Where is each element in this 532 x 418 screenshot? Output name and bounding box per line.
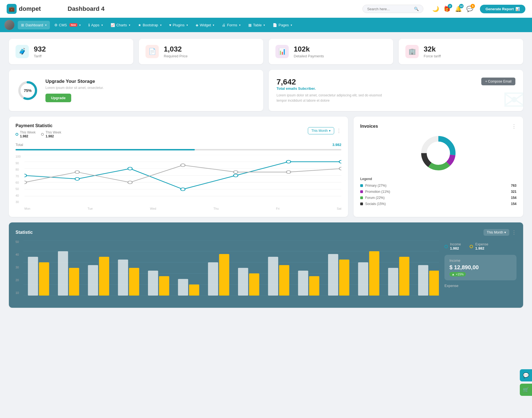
nav-item-dashboard[interactable]: ⊞ Dashboard ▾	[18, 21, 50, 29]
nav-item-widget[interactable]: ◈ Widget ▾	[192, 21, 218, 29]
mid-row: 75% Upgrade Your Storage Lorem ipsum dol…	[9, 70, 523, 111]
legend-forum-color	[360, 196, 363, 199]
expense-label: Expense	[475, 242, 488, 246]
stat-card-tariff: 🧳 932 Tariff	[9, 39, 133, 64]
statistic-section: Statistic This Month ▾ ⋮ 50 40 30 20 10	[9, 222, 523, 308]
chart-area: Mon Tue Wed Thu Fri Sat	[24, 155, 341, 210]
generate-report-button[interactable]: Generate Report 📊	[480, 5, 525, 13]
legend-promotion-count: 321	[511, 190, 516, 194]
chart-icon: 📊	[515, 7, 520, 11]
svg-rect-42	[148, 271, 158, 296]
bell-icon-btn[interactable]: 🔔 12	[455, 6, 462, 12]
legend-row-socials: Socials (15%) 154	[360, 202, 516, 206]
nav-item-bootstrap[interactable]: ★ Bootstrap ▾	[135, 21, 165, 29]
invoices-donut	[360, 134, 516, 173]
nav-avatar	[4, 20, 14, 30]
svg-rect-40	[118, 260, 128, 296]
dashboard-nav-icon: ⊞	[21, 23, 24, 27]
svg-rect-49	[249, 273, 259, 296]
income-panel-title: Income	[449, 259, 511, 263]
force-tariff-label: Force tariff	[424, 54, 441, 58]
payments-value: 102k	[294, 45, 324, 53]
storage-card: 75% Upgrade Your Storage Lorem ipsum dol…	[9, 70, 263, 111]
legend-primary-color	[360, 184, 363, 187]
storage-info: Upgrade Your Storage Lorem ipsum dolor s…	[45, 79, 104, 102]
search-icon: 🔍	[414, 7, 419, 11]
page-title: Dashboard 4	[57, 5, 362, 12]
theme-toggle-btn[interactable]: 🌙	[432, 6, 439, 12]
chevron-down-icon: ▾	[45, 24, 47, 27]
chart-left: Payment Statistic This Week 1.982	[16, 123, 61, 138]
charts-row: Payment Statistic This Week 1.982	[9, 117, 523, 217]
legend-forum-count: 154	[511, 196, 516, 200]
income-label: Income	[450, 242, 461, 246]
nav-item-charts[interactable]: 📈 Charts ▾	[107, 21, 134, 29]
legend-dot-gray	[41, 133, 44, 136]
svg-rect-58	[388, 268, 398, 296]
charts-nav-icon: 📈	[111, 23, 115, 27]
stat-cards-grid: 🧳 932 Tariff 📄 1,032 Required Price 📊 10…	[9, 39, 523, 64]
svg-point-11	[128, 167, 132, 170]
stat-card-detailed-payments: 📊 102k Detailed Payments	[269, 39, 393, 64]
email-card: 7,642 Total emails Subcriber. Lorem ipsu…	[269, 70, 523, 111]
logo-area: 💼 dompet	[7, 4, 57, 14]
nav-item-plugins[interactable]: ♥ Plugins ▾	[166, 21, 191, 29]
chevron-down-icon-charts: ▾	[129, 24, 130, 27]
svg-rect-35	[39, 262, 49, 296]
gift-badge: 2	[448, 4, 452, 8]
svg-rect-41	[129, 268, 139, 296]
nav-item-cms[interactable]: ⚙ CMS New ▾	[51, 21, 84, 29]
stat-info-tariff: 932 Tariff	[34, 45, 46, 58]
statistic-month-filter-button[interactable]: This Month ▾	[484, 229, 509, 236]
chevron-down-icon-apps: ▾	[101, 24, 103, 27]
bell-badge: 12	[459, 4, 464, 8]
svg-point-14	[286, 160, 291, 163]
nav-item-apps[interactable]: ℹ Apps ▾	[85, 21, 106, 29]
pages-nav-icon: 📄	[273, 23, 277, 27]
total-label: Total	[16, 143, 23, 147]
chevron-down-icon-plugins: ▾	[186, 24, 188, 27]
more-options-icon[interactable]: ⋮	[336, 128, 341, 134]
chat-icon-btn[interactable]: 💬 5	[466, 6, 473, 12]
search-box[interactable]: 🔍	[362, 5, 423, 13]
compose-email-button[interactable]: + Compose Email	[481, 78, 515, 85]
stat-info-price: 1,032 Required Price	[164, 45, 188, 58]
nav-item-forms[interactable]: 🖨 Forms ▾	[219, 21, 244, 29]
chart-legend: This Week 1.982 This Week 1.982	[16, 130, 61, 138]
income-dot	[444, 245, 448, 248]
chart-header: Payment Statistic This Week 1.982	[16, 123, 341, 138]
invoices-more-options-icon[interactable]: ⋮	[511, 123, 516, 129]
chat-badge: 5	[470, 4, 475, 8]
statistic-more-options-icon[interactable]: ⋮	[511, 229, 516, 235]
svg-rect-51	[279, 265, 289, 296]
email-bg-icon: ✉	[503, 86, 523, 111]
chevron-down-icon-forms: ▾	[239, 24, 241, 27]
legend-this-week-2: This Week 1.982	[41, 130, 61, 138]
svg-point-9	[24, 174, 27, 177]
nav-item-pages[interactable]: 📄 Pages ▾	[269, 21, 295, 29]
svg-rect-60	[418, 265, 428, 296]
expense-value: 1.982	[475, 246, 488, 250]
storage-percent: 75%	[24, 88, 32, 93]
search-area: 🔍 🌙 🎁 2 🔔 12 💬 5 Generate Report 📊	[362, 5, 525, 13]
email-desc: Lorem ipsum dolor sit amet, consectetur …	[277, 93, 388, 103]
svg-rect-56	[358, 262, 368, 296]
legend-this-week-1: This Week 1.982	[16, 130, 35, 138]
this-month-filter-button[interactable]: This Month ▾	[308, 127, 334, 134]
svg-rect-34	[28, 257, 38, 296]
svg-rect-37	[69, 268, 79, 296]
chevron-down-icon-pages: ▾	[291, 24, 292, 27]
cms-nav-icon: ⚙	[54, 23, 58, 27]
statistic-body: 50 40 30 20 10	[16, 240, 516, 301]
svg-point-18	[128, 181, 132, 184]
svg-rect-43	[159, 276, 169, 296]
upgrade-button[interactable]: Upgrade	[45, 94, 71, 102]
payments-label: Detailed Payments	[294, 54, 324, 58]
search-input[interactable]	[367, 7, 412, 11]
nav-item-table[interactable]: ▦ Table ▾	[245, 21, 268, 29]
gift-icon-btn[interactable]: 🎁 2	[444, 6, 451, 12]
svg-rect-44	[178, 279, 188, 296]
income-panel-amount: $ 12,890,00	[449, 264, 511, 271]
income-badge: ▲ +15%	[449, 272, 466, 276]
widget-nav-icon: ◈	[196, 23, 198, 27]
